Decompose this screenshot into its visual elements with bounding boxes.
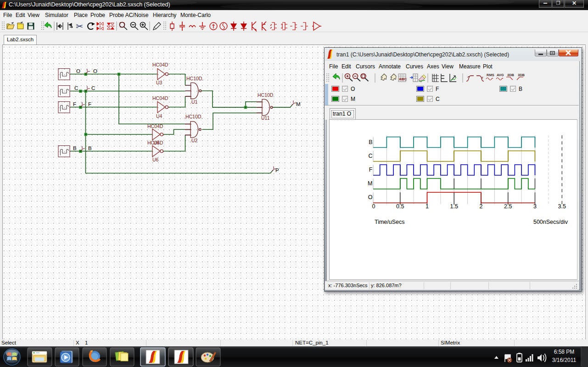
svg-text:HC04D: HC04D <box>152 62 168 67</box>
svg-text:3: 3 <box>533 203 537 210</box>
svg-text:.HC10D.: .HC10D. <box>184 114 202 119</box>
svg-text:U4: U4 <box>156 113 162 119</box>
svg-text:F: F <box>73 101 76 107</box>
svg-text:M: M <box>368 180 372 187</box>
svg-text:O: O <box>76 68 80 74</box>
svg-text:500nSecs/div: 500nSecs/div <box>533 219 568 225</box>
svg-text:HC04D: HC04D <box>147 140 163 145</box>
svg-text:AVG: AVG <box>497 73 504 77</box>
svg-text:B: B <box>369 139 372 145</box>
svg-text:1.5: 1.5 <box>450 203 458 210</box>
svg-text:3DB: 3DB <box>507 73 515 77</box>
svg-text:O: O <box>368 194 373 200</box>
svg-text:O: O <box>93 68 97 74</box>
svg-text:C: C <box>368 153 372 159</box>
svg-text:U3: U3 <box>156 80 162 85</box>
svg-text:Time/uSecs: Time/uSecs <box>375 219 405 225</box>
svg-text:B: B <box>88 145 92 151</box>
svg-text:3DB: 3DB <box>518 73 525 77</box>
svg-text:B: B <box>73 145 77 151</box>
svg-text:3/16/2011: 3/16/2011 <box>552 357 577 363</box>
svg-text:.U1: .U1 <box>190 99 198 105</box>
svg-text:6:58 PM: 6:58 PM <box>554 349 575 355</box>
svg-text:U6: U6 <box>152 157 159 162</box>
svg-text:P: P <box>275 167 279 173</box>
svg-text:F: F <box>88 101 91 107</box>
svg-text:0: 0 <box>372 203 375 210</box>
svg-text:HC04D: HC04D <box>152 95 168 101</box>
svg-text:2.5: 2.5 <box>504 203 512 210</box>
svg-text:C: C <box>91 85 95 91</box>
svg-text:HC10D: HC10D <box>258 92 274 98</box>
svg-text:.U2: .U2 <box>190 138 198 143</box>
svg-text:1: 1 <box>426 203 429 210</box>
svg-text:HC10D.: HC10D. <box>186 76 203 81</box>
svg-text:HC04D: HC04D <box>147 123 163 129</box>
svg-text:0.5: 0.5 <box>396 203 404 210</box>
svg-text:3.5: 3.5 <box>558 203 566 210</box>
svg-text:2: 2 <box>480 203 483 210</box>
svg-text:U11: U11 <box>261 115 270 121</box>
svg-text:RMS: RMS <box>487 73 494 77</box>
svg-text:M: M <box>296 101 301 107</box>
svg-text:C: C <box>74 85 78 91</box>
svg-text:ABC: ABC <box>399 77 407 81</box>
svg-text:F: F <box>369 167 373 173</box>
